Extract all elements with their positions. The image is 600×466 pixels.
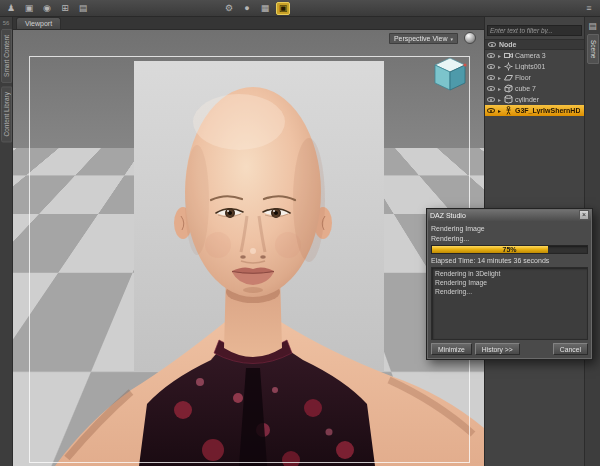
scene-node-row-floor[interactable]: ► Floor [485, 72, 584, 83]
tab-viewport[interactable]: Viewport [16, 17, 61, 29]
aspect-frame [29, 56, 470, 463]
expand-caret-icon[interactable]: ► [497, 97, 502, 103]
scene-node-label: Lights001 [515, 63, 545, 70]
plane-icon [504, 73, 513, 82]
buttons-spacer [523, 343, 550, 355]
scene-filter-input[interactable] [487, 25, 582, 36]
view-options-sphere-icon[interactable] [464, 32, 476, 44]
camera-icon [504, 51, 513, 60]
visibility-eye-icon[interactable] [487, 108, 495, 113]
log-line: Rendering Image [435, 279, 584, 286]
log-line: Rendering in 3Delight [435, 270, 584, 277]
scene-filter-row [485, 17, 584, 39]
scene-column-header[interactable]: Node [485, 39, 584, 50]
render-progress-dialog: DAZ Studio × Rendering Image Rendering..… [426, 208, 593, 360]
dialog-body: Rendering Image Rendering... 75% Elapsed… [427, 221, 592, 359]
scene-node-label: Camera 3 [515, 52, 546, 59]
scene-node-label: G3F_LyrIwShernHD [515, 107, 580, 114]
gear-icon[interactable]: ⚙ [222, 2, 236, 15]
hair-icon[interactable]: ◉ [40, 2, 54, 15]
figure-icon[interactable]: ♟ [4, 2, 18, 15]
scene-node-row-light[interactable]: ► Lights001 [485, 61, 584, 72]
visibility-eye-icon[interactable] [487, 75, 495, 80]
close-icon[interactable]: × [579, 210, 589, 220]
tab-content-library[interactable]: Content Library [1, 86, 12, 142]
dialog-title: DAZ Studio [430, 212, 579, 219]
render-log-list[interactable]: Rendering in 3Delight Rendering Image Re… [431, 267, 588, 340]
viewport-3d-scene[interactable]: Perspective View ▾ [13, 30, 484, 466]
dialog-buttons-row: Minimize History >> Cancel [431, 343, 588, 355]
minimize-button[interactable]: Minimize [431, 343, 472, 355]
toolbar-right-group: ≡ [582, 2, 596, 15]
expand-caret-icon[interactable]: ► [497, 53, 502, 59]
pane-options-icon[interactable]: ▤ [586, 19, 600, 32]
scene-node-label: Floor [515, 74, 531, 81]
chevron-down-icon: ▾ [450, 36, 453, 42]
tab-scene[interactable]: Scene [587, 34, 599, 64]
visibility-eye-icon[interactable] [487, 64, 495, 69]
scene-node-row-cube[interactable]: ► cube 7 [485, 83, 584, 94]
dialog-heading: Rendering Image [431, 225, 588, 232]
expand-caret-icon[interactable]: ► [497, 75, 502, 81]
left-dock-strip: 56 Smart Content Content Library [0, 17, 13, 466]
view-selector-dropdown[interactable]: Perspective View ▾ [389, 33, 458, 44]
visibility-eye-icon[interactable] [487, 86, 495, 91]
props-icon[interactable]: ▤ [76, 2, 90, 15]
light-icon [504, 62, 513, 71]
visibility-eye-icon[interactable] [487, 53, 495, 58]
visibility-eye-icon[interactable] [487, 97, 495, 102]
expand-caret-icon[interactable]: ► [497, 86, 502, 92]
scene-node-label: cylinder [515, 96, 539, 103]
visibility-column-eye-icon [488, 42, 496, 47]
toolbar-center-group: ⚙ ● ▦ ▣ [222, 2, 290, 15]
scene-node-label: cube 7 [515, 85, 536, 92]
view-selector-label: Perspective View [394, 35, 448, 42]
cancel-button[interactable]: Cancel [553, 343, 588, 355]
toolbar-left-group: ♟ ▣ ◉ ⊞ ▤ [4, 2, 90, 15]
render-icon[interactable]: ▣ [276, 2, 290, 15]
elapsed-time-label: Elapsed Time: 14 minutes 36 seconds [431, 257, 588, 264]
sphere-icon[interactable]: ● [240, 2, 254, 15]
dialog-status: Rendering... [431, 235, 588, 242]
main-toolbar: ♟ ▣ ◉ ⊞ ▤ ⚙ ● ▦ ▣ ≡ [0, 0, 600, 17]
cube-icon [504, 84, 513, 93]
panel-menu-icon[interactable]: ≡ [582, 2, 596, 15]
render-progress-bar: 75% [431, 245, 588, 254]
figure-icon [504, 106, 513, 115]
tab-smart-content[interactable]: Smart Content [1, 29, 12, 83]
scene-node-row-cylinder[interactable]: ► cylinder [485, 94, 584, 105]
history-button[interactable]: History >> [475, 343, 520, 355]
dock-size-badge: 56 [0, 17, 12, 26]
cylinder-icon [504, 95, 513, 104]
scene-node-row-camera[interactable]: ► Camera 3 [485, 50, 584, 61]
scene-column-label: Node [499, 41, 517, 48]
daz-studio-window: ♟ ▣ ◉ ⊞ ▤ ⚙ ● ▦ ▣ ≡ 56 Smart Content Con… [0, 0, 600, 466]
navigation-cube[interactable] [428, 54, 472, 96]
wardrobe-icon[interactable]: ▣ [22, 2, 36, 15]
expand-caret-icon[interactable]: ► [497, 64, 502, 70]
log-line: Rendering... [435, 288, 584, 295]
pose-icon[interactable]: ⊞ [58, 2, 72, 15]
scene-node-row-figure-selected[interactable]: ► G3F_LyrIwShernHD [485, 105, 584, 116]
dialog-titlebar[interactable]: DAZ Studio × [427, 209, 592, 221]
viewport-pane: Viewport [13, 17, 484, 466]
content-icon[interactable]: ▦ [258, 2, 272, 15]
progress-percentage: 75% [432, 246, 587, 253]
expand-caret-icon[interactable]: ► [497, 108, 502, 114]
viewport-tabbar: Viewport [13, 17, 484, 30]
